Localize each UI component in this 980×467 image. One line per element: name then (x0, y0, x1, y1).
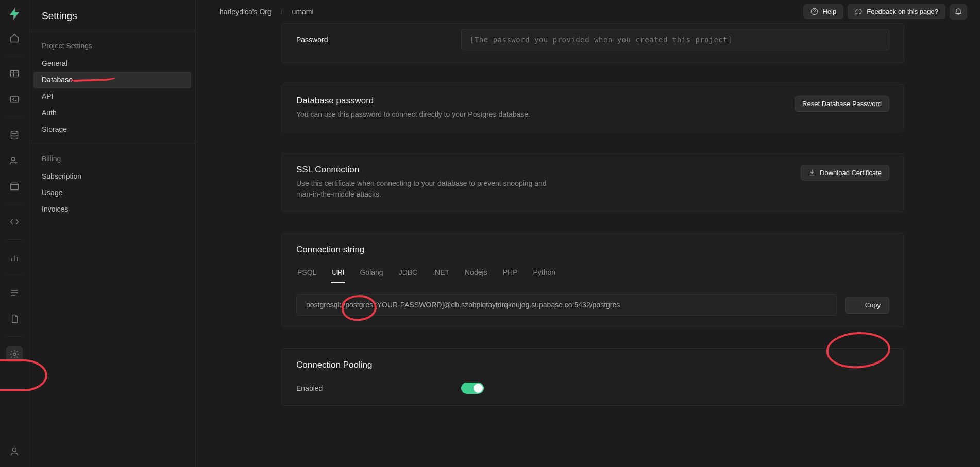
ssl-card: SSL Connection Use this certificate when… (281, 153, 904, 212)
tab-python[interactable]: Python (532, 264, 556, 283)
chat-icon (855, 8, 863, 15)
database-password-card: Database password You can use this passw… (281, 84, 904, 132)
svg-point-4 (13, 353, 16, 356)
account-icon[interactable] (6, 443, 23, 460)
breadcrumb-org[interactable]: harleydica's Org (219, 8, 272, 16)
logo-icon[interactable] (8, 7, 21, 21)
password-label: Password (296, 36, 441, 44)
connection-pooling-card: Connection Pooling Enabled (281, 348, 904, 406)
settings-icon[interactable] (6, 346, 23, 362)
main-content: Password [The password you provided when… (196, 23, 980, 467)
copy-icon (854, 301, 861, 308)
feedback-button[interactable]: Feedback on this page? (848, 4, 945, 19)
sidebar-item-general[interactable]: General (29, 55, 195, 72)
sidebar-item-api[interactable]: API (29, 88, 195, 105)
help-button[interactable]: Help (803, 4, 843, 19)
download-certificate-button[interactable]: Download Certificate (801, 165, 889, 181)
page-title: Settings (29, 0, 195, 31)
breadcrumb-project[interactable]: umami (292, 8, 314, 16)
sidebar-item-invoices[interactable]: Invoices (29, 201, 195, 217)
sql-editor-icon[interactable] (6, 91, 23, 108)
svg-point-5 (13, 448, 16, 452)
copy-button[interactable]: Copy (845, 297, 889, 314)
breadcrumb-separator: / (281, 8, 283, 16)
sidebar-item-subscription[interactable]: Subscription (29, 168, 195, 184)
svg-point-3 (11, 157, 15, 161)
download-icon (808, 169, 816, 176)
tab-php[interactable]: PHP (502, 264, 519, 283)
section-billing: Billing (29, 144, 195, 168)
logs-icon[interactable] (6, 285, 23, 301)
ssl-desc: Use this certificate when connecting to … (296, 178, 564, 200)
breadcrumb: harleydica's Org / umami (219, 8, 314, 16)
reset-db-password-button[interactable]: Reset Database Password (795, 96, 889, 112)
database-icon[interactable] (6, 127, 23, 143)
storage-icon[interactable] (6, 178, 23, 195)
table-editor-icon[interactable] (6, 65, 23, 82)
tab-jdbc[interactable]: JDBC (398, 264, 419, 283)
ssl-title: SSL Connection (296, 165, 564, 175)
section-project-settings: Project Settings (29, 31, 195, 55)
settings-sidebar: Settings Project Settings GeneralDatabas… (29, 0, 196, 467)
reports-icon[interactable] (6, 249, 23, 266)
bell-icon (954, 8, 962, 16)
svg-rect-7 (856, 304, 859, 307)
tab-psql[interactable]: PSQL (296, 264, 317, 283)
connection-string-card: Connection string PSQLURIGolangJDBC.NETN… (281, 233, 904, 327)
pooling-toggle[interactable] (461, 383, 484, 394)
sidebar-item-auth[interactable]: Auth (29, 105, 195, 121)
docs-icon[interactable] (6, 310, 23, 327)
tab-golang[interactable]: Golang (359, 264, 384, 283)
tab-uri[interactable]: URI (331, 264, 345, 283)
connection-tabs: PSQLURIGolangJDBC.NETNodejsPHPPython (296, 264, 889, 283)
icon-rail (0, 0, 29, 467)
connection-pooling-title: Connection Pooling (296, 360, 889, 370)
notifications-button[interactable] (950, 4, 967, 20)
sidebar-item-storage[interactable]: Storage (29, 121, 195, 137)
edge-functions-icon[interactable] (6, 214, 23, 230)
svg-rect-0 (11, 70, 19, 77)
sidebar-item-database[interactable]: Database (33, 72, 191, 88)
sidebar-item-usage[interactable]: Usage (29, 184, 195, 201)
svg-rect-1 (11, 96, 19, 102)
tab-nodejs[interactable]: Nodejs (464, 264, 488, 283)
pooling-enabled-label: Enabled (296, 384, 441, 392)
auth-icon[interactable] (6, 152, 23, 169)
tab-net[interactable]: .NET (432, 264, 450, 283)
password-card: Password [The password you provided when… (281, 23, 904, 63)
db-password-desc: You can use this password to connect dir… (296, 109, 530, 120)
connection-string-title: Connection string (296, 245, 889, 255)
svg-point-2 (11, 131, 18, 134)
home-icon[interactable] (6, 30, 23, 46)
topbar: harleydica's Org / umami Help Feedback o… (196, 0, 980, 23)
connection-string-value[interactable]: postgresql://postgres:[YOUR-PASSWORD]@db… (296, 294, 837, 316)
password-value[interactable]: [The password you provided when you crea… (461, 29, 889, 50)
db-password-title: Database password (296, 96, 530, 106)
help-icon (810, 8, 818, 15)
